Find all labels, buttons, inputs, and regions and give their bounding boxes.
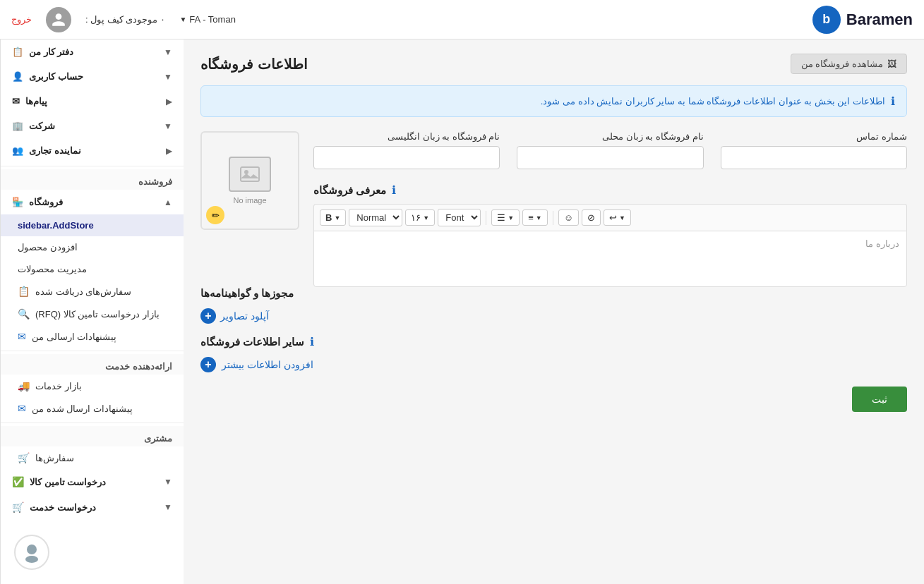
avatar (46, 7, 71, 32)
trade-rep-icon: 👥 (12, 145, 23, 156)
store-icon: 🏪 (12, 197, 23, 207)
divider (553, 211, 553, 225)
phone-input[interactable] (721, 146, 907, 169)
sidebar-messages-header[interactable]: ▶ پیام‌ها ✉ (1, 89, 184, 114)
sidebar-store-header[interactable]: ▲ فروشگاه 🏪 (1, 190, 184, 214)
bold-button[interactable]: B ▼ (320, 209, 346, 226)
sidebar-item-service-sent-proposals[interactable]: پیشنهادات ارسال شده من ✉ (1, 397, 184, 420)
cart-icon: 🛒 (18, 452, 30, 463)
view-store-button[interactable]: 🖼 مشاهده فروشگاه من (791, 54, 907, 74)
english-name-label: نام فروشگاه به زبان انگلیسی (313, 131, 500, 142)
chevron-icon: ▼ (164, 502, 172, 512)
store-image-placeholder: No image ✏ (200, 131, 299, 230)
english-name-field-group: نام فروشگاه به زبان انگلیسی (313, 131, 508, 169)
sidebar-company-header[interactable]: ▼ شرکت 🏢 (1, 114, 184, 138)
service-proposals-icon: ✉ (18, 403, 26, 414)
sidebar-item-service-market[interactable]: بازار خدمات 🚚 (1, 375, 184, 397)
chevron-down-icon: ▼ (508, 214, 514, 221)
other-info-header: ℹ سایر اطلاعات فروشگاه (200, 335, 907, 348)
add-more-label: افزودن اطلاعات بیشتر (222, 359, 313, 370)
service-request-icon: 🛒 (12, 501, 24, 513)
list-button[interactable]: ☰ ▼ (491, 209, 520, 226)
svg-point-2 (27, 545, 37, 554)
upload-label: آپلود تصاویر (220, 310, 269, 322)
brand-name: Baramen (846, 11, 913, 29)
sidebar-item-manage-products[interactable]: مدیریت محصولات (1, 258, 184, 280)
rte-editor[interactable]: درباره ما (313, 231, 907, 287)
sidebar-item-sent-proposals[interactable]: پیشنهادات ارسالی من ✉ (1, 325, 184, 348)
sidebar-item-add-product[interactable]: افزودن محصول (1, 236, 184, 258)
chevron-icon: ▼ (164, 121, 172, 131)
messages-icon: ✉ (12, 96, 20, 107)
support-chat-bubble[interactable] (14, 535, 49, 570)
sidebar-supply-request-label: درخواست تامین کالا ✅ (12, 476, 106, 487)
clear-format-button[interactable]: ⊘ (582, 209, 601, 226)
local-name-field-group: نام فروشگاه به زبان محلی (508, 131, 712, 169)
local-name-label: نام فروشگاه به زبان محلی (517, 131, 703, 142)
sidebar-supply-request-header[interactable]: ▼ درخواست تامین کالا ✅ (1, 469, 184, 494)
sidebar-user-account-header[interactable]: ▼ حساب کاربری 👤 (1, 64, 184, 89)
divider (1, 422, 184, 423)
local-name-input[interactable] (517, 146, 703, 169)
header-left: FA - Toman ▼ ۰ موجودی کیف پول : خروج (11, 7, 236, 32)
wallet-info: ۰ موجودی کیف پول : (85, 14, 165, 25)
page-title: اطلاعات فروشگاه (200, 56, 308, 73)
sidebar-service-request-header[interactable]: ▼ درخواست خدمت 🛒 (1, 494, 184, 520)
currency-selector[interactable]: FA - Toman ▼ (179, 14, 235, 25)
currency-label: FA - Toman (189, 14, 236, 25)
phone-field-group: شماره تماس (712, 131, 907, 169)
add-more-button[interactable]: افزودن اطلاعات بیشتر + (200, 357, 907, 372)
company-icon: 🏢 (12, 121, 23, 131)
proposals-icon: ✉ (18, 331, 26, 342)
office-icon: 📋 (12, 47, 23, 57)
edit-image-button[interactable]: ✏ (206, 206, 224, 224)
sidebar-item-rfq[interactable]: بازار درخواست تامین کالا (RFQ) 🔍 (1, 303, 184, 325)
seller-category-label: فروشنده (1, 169, 184, 190)
sidebar-my-office[interactable]: ▼ دفتر کار من 📋 (1, 39, 184, 64)
sidebar: ▼ دفتر کار من 📋 ▼ حساب کاربری 👤 ▶ پیام‌ه… (0, 39, 184, 584)
sidebar-item-add-store[interactable]: sidebar.AddStore (1, 214, 184, 236)
undo-button[interactable]: ↩ ▼ (604, 209, 631, 226)
brand: Baramen b (812, 6, 913, 34)
customer-category-label: مشتری (1, 426, 184, 446)
chevron-icon: ▼ (164, 72, 172, 82)
chevron-down-icon: ▼ (536, 214, 542, 221)
emoji-button[interactable]: ☺ (558, 209, 579, 226)
plus-icon: + (200, 357, 216, 372)
user-icon: 👤 (12, 71, 23, 82)
intro-info-icon: ℹ (392, 183, 396, 197)
upload-button[interactable]: آپلود تصاویر + (200, 308, 269, 324)
chevron-icon: ▶ (166, 97, 172, 107)
upload-area: آپلود تصاویر + (200, 308, 907, 324)
rfq-icon: 🔍 (18, 308, 30, 320)
submit-button[interactable]: ثبت (852, 387, 907, 412)
info-icon: ℹ (891, 95, 895, 108)
sidebar-store-label: فروشگاه 🏪 (12, 197, 63, 207)
divider (486, 211, 486, 225)
store-form: شماره تماس نام فروشگاه به زبان محلی نام … (200, 131, 907, 287)
wallet-label: موجودی کیف پول : (85, 14, 157, 25)
font-select[interactable]: Font (438, 209, 481, 226)
align-button[interactable]: ≡ ▼ (522, 209, 548, 226)
size-button[interactable]: ۱۶ ▼ (405, 209, 435, 226)
divider (1, 166, 184, 166)
style-select[interactable]: Normal (349, 209, 402, 226)
chevron-icon: ▼ (164, 47, 172, 57)
sidebar-trade-rep-header[interactable]: ▶ نماینده تجاری 👥 (1, 138, 184, 163)
phone-label: شماره تماس (721, 131, 907, 142)
svg-rect-0 (241, 167, 259, 181)
chevron-down-icon: ▼ (334, 214, 340, 221)
plus-icon: + (200, 308, 216, 324)
wallet-value: ۰ (160, 14, 165, 25)
chevron-down-icon: ▼ (179, 16, 186, 23)
rte-placeholder: درباره ما (865, 238, 899, 249)
logout-button[interactable]: خروج (11, 14, 32, 25)
svg-point-3 (25, 556, 38, 563)
sidebar-user-account-label: حساب کاربری 👤 (12, 71, 83, 82)
header: Baramen b FA - Toman ▼ ۰ موجودی کیف پول … (0, 0, 924, 39)
sidebar-item-customer-orders[interactable]: سفارش‌ها 🛒 (1, 446, 184, 469)
sidebar-item-received-orders[interactable]: سفارش‌های دریافت شده 📋 (1, 280, 184, 303)
sidebar-my-office-label: دفتر کار من 📋 (12, 47, 73, 57)
english-name-input[interactable] (313, 146, 500, 169)
chevron-icon: ▼ (164, 477, 172, 487)
